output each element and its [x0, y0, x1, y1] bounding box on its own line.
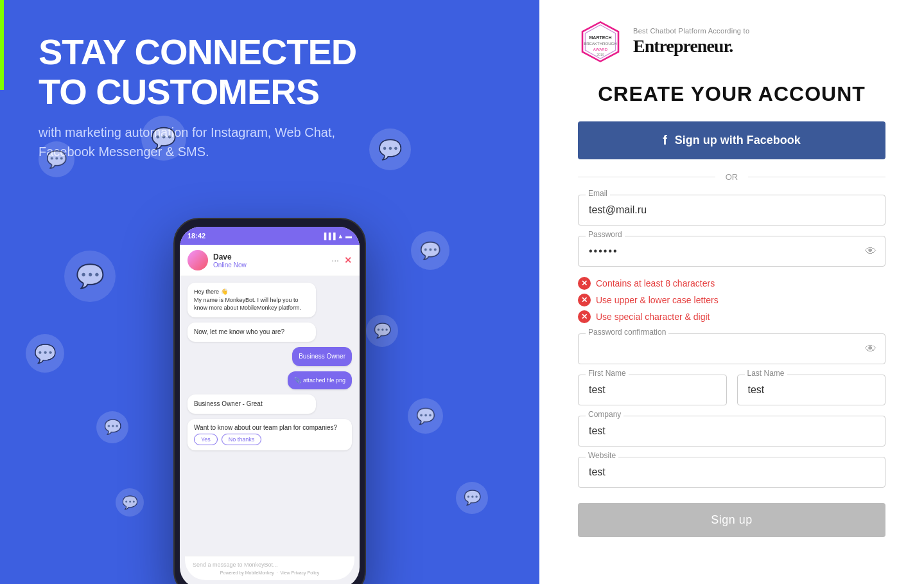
svg-text:MARTECH: MARTECH	[589, 35, 612, 40]
signup-button[interactable]: Sign up	[578, 503, 885, 537]
or-divider: OR	[578, 172, 885, 182]
password-confirm-label: Password confirmation	[586, 328, 668, 337]
password-confirm-eye-icon[interactable]: 👁	[865, 342, 876, 356]
email-input[interactable]	[578, 195, 885, 226]
svg-text:AWARD: AWARD	[593, 47, 608, 51]
last-name-label: Last Name	[745, 369, 787, 378]
first-name-input[interactable]	[578, 375, 727, 405]
last-name-field-group: Last Name	[737, 375, 886, 405]
validation-text-1: Contains at least 8 characters	[596, 278, 715, 288]
message-buttons: Yes No thanks	[194, 434, 345, 445]
validation-item-3: ✕ Use special character & digit	[578, 310, 885, 323]
brand-header: MARTECH BREAKTHROUGH AWARD 2019 Best Cha…	[578, 19, 885, 64]
password-eye-icon[interactable]: 👁	[865, 245, 876, 258]
website-label: Website	[586, 451, 618, 460]
phone-mockup: 18:42 ▐▐▐ ▲ ▬ Dave Online Now ··· ✕ Hey …	[173, 218, 366, 584]
page-title: CREATE YOUR ACCOUNT	[578, 82, 885, 106]
messenger-icon-8: 💬	[366, 315, 398, 347]
validation-text-3: Use special character & digit	[596, 312, 710, 322]
contact-status: Online Now	[213, 261, 247, 269]
messenger-icon-9: 💬	[408, 398, 443, 434]
validation-item-2: ✕ Use upper & lower case letters	[578, 294, 885, 306]
validation-item-1: ✕ Contains at least 8 characters	[578, 277, 885, 290]
email-field-group: Email	[578, 195, 885, 226]
messenger-icon-3: 💬	[64, 251, 116, 302]
accent-bar	[0, 0, 4, 90]
message-3: Business Owner	[292, 347, 352, 366]
chat-close-icon: ✕	[344, 255, 352, 265]
website-field-group: Website	[578, 457, 885, 488]
phone-screen: 18:42 ▐▐▐ ▲ ▬ Dave Online Now ··· ✕ Hey …	[180, 227, 360, 584]
left-panel: STAY CONNECTED TO CUSTOMERS with marketi…	[0, 0, 539, 584]
first-name-label: First Name	[586, 369, 629, 378]
last-name-input[interactable]	[737, 375, 886, 405]
company-field-group: Company	[578, 416, 885, 447]
phone-input-placeholder: Send a message to MonkeyBot...	[193, 562, 347, 568]
award-text-block: Best Chatbot Platform According to Entre…	[633, 27, 749, 57]
validation-icon-2: ✕	[578, 294, 591, 306]
messenger-icon-5: 💬	[96, 411, 128, 443]
entrepreneur-logo: Entrepreneur.	[633, 36, 749, 57]
website-input[interactable]	[578, 457, 885, 488]
award-badge: MARTECH BREAKTHROUGH AWARD 2019	[578, 19, 623, 64]
message-6: Want to know about our team plan for com…	[187, 419, 352, 450]
divider-line-right	[748, 177, 885, 177]
chat-avatar	[187, 250, 208, 270]
headline-line1: STAY CONNECTED	[39, 31, 356, 72]
facebook-icon: f	[663, 133, 667, 148]
svg-text:BREAKTHROUGH: BREAKTHROUGH	[584, 41, 617, 46]
email-label: Email	[586, 189, 610, 198]
message-2: Now, let me know who you are?	[187, 323, 316, 342]
phone-status-icons: ▐▐▐ ▲ ▬	[322, 233, 352, 240]
message-4: 📎 attached file.png	[288, 371, 352, 390]
powered-by: Powered by MobileMonkey · View Privacy P…	[193, 571, 347, 575]
phone-status-bar: 18:42 ▐▐▐ ▲ ▬	[180, 227, 360, 245]
subheadline: with marketing automation for Instagram,…	[39, 123, 385, 161]
password-label: Password	[586, 230, 625, 239]
contact-name: Dave	[213, 252, 247, 261]
headline-line2: TO CUSTOMERS	[39, 71, 319, 112]
password-input[interactable]	[578, 236, 885, 267]
name-row: First Name Last Name	[578, 375, 885, 405]
validation-icon-3: ✕	[578, 310, 591, 323]
no-button[interactable]: No thanks	[222, 434, 262, 445]
messenger-icon-11: 💬	[116, 488, 144, 517]
validation-icon-1: ✕	[578, 277, 591, 290]
password-confirm-field-group: Password confirmation 👁	[578, 333, 885, 364]
or-text: OR	[715, 172, 749, 182]
chat-contact-info: Dave Online Now	[213, 252, 247, 269]
messenger-icon-10: 💬	[456, 482, 488, 514]
validation-text-2: Use upper & lower case letters	[596, 295, 719, 305]
chat-messages: Hey there 👋My name is MonkeyBot. I will …	[180, 276, 360, 457]
facebook-signup-button[interactable]: f Sign up with Facebook	[578, 121, 885, 159]
message-1: Hey there 👋My name is MonkeyBot. I will …	[187, 283, 316, 317]
company-label: Company	[586, 410, 623, 419]
chat-menu-dots: ···	[331, 255, 339, 265]
password-confirm-input[interactable]	[578, 333, 885, 364]
company-input[interactable]	[578, 416, 885, 447]
validation-list: ✕ Contains at least 8 characters ✕ Use u…	[578, 277, 885, 323]
password-field-group: Password 👁	[578, 236, 885, 267]
svg-text:2019: 2019	[597, 53, 604, 57]
phone-time: 18:42	[187, 232, 205, 240]
facebook-btn-label: Sign up with Facebook	[675, 134, 801, 147]
message-5: Business Owner - Great	[187, 394, 316, 414]
award-small-text: Best Chatbot Platform According to	[633, 27, 749, 35]
divider-line-left	[578, 177, 715, 177]
main-headline: STAY CONNECTED TO CUSTOMERS	[39, 32, 501, 111]
right-panel: MARTECH BREAKTHROUGH AWARD 2019 Best Cha…	[539, 0, 924, 584]
phone-input-area: Send a message to MonkeyBot...	[193, 562, 347, 568]
phone-bottom-bar: Send a message to MonkeyBot... Powered b…	[185, 556, 354, 580]
messenger-icon-7: 💬	[411, 231, 449, 270]
messenger-icon-4: 💬	[26, 334, 64, 373]
yes-button[interactable]: Yes	[194, 434, 218, 445]
phone-outer: 18:42 ▐▐▐ ▲ ▬ Dave Online Now ··· ✕ Hey …	[173, 218, 366, 584]
chat-header: Dave Online Now ··· ✕	[180, 245, 360, 276]
first-name-field-group: First Name	[578, 375, 727, 405]
